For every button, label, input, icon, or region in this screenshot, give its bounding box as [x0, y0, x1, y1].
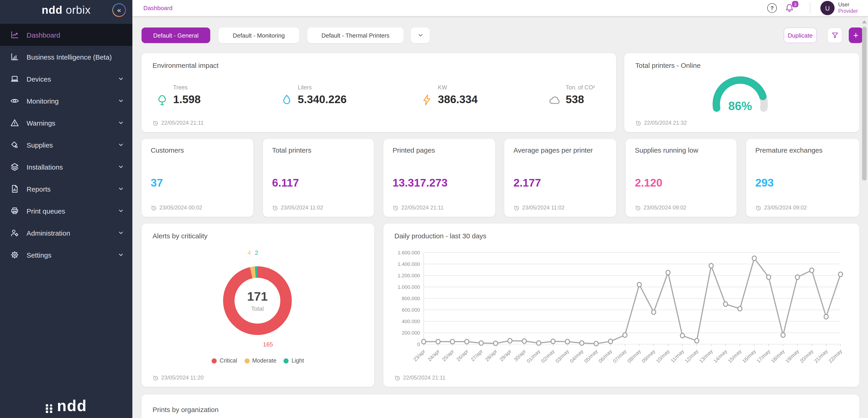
sidebar-item-monitoring[interactable]: Monitoring: [0, 90, 132, 112]
card-kpi-premature-exchanges: Premature exchanges 293 23/05/2024 09:02: [746, 139, 859, 217]
sidebar-item-installations[interactable]: Installations: [0, 156, 132, 178]
tree-icon: [156, 93, 168, 106]
sidebar-item-reports[interactable]: Reports: [0, 178, 132, 200]
chevron-down-icon: [118, 142, 124, 148]
scrollbar-thumb[interactable]: [862, 27, 867, 181]
card-timestamp: 23/05/2024 11:20: [153, 375, 204, 381]
svg-text:28/apr: 28/apr: [484, 348, 498, 362]
card-alerts-by-criticality: Alerts by criticality 4 2 171 Total 165 …: [142, 224, 374, 387]
history-clock-icon: [514, 205, 520, 211]
dashboard-icon: [10, 30, 19, 39]
sidebar-item-label: Dashboard: [27, 31, 60, 39]
sidebar-item-settings[interactable]: Settings: [0, 244, 132, 266]
card-kpi-printed-pages: Printed pages 13.317.273 22/05/2024 21:1…: [383, 139, 495, 217]
breadcrumb[interactable]: Dashboard: [143, 5, 173, 11]
sidebar-item-business-intelligence[interactable]: Business Intelligence (Beta): [0, 46, 132, 68]
card-timestamp: 23/05/2024 09:02: [635, 204, 686, 211]
top-header: Dashboard ? 3 U User Provider: [132, 0, 868, 16]
user-avatar[interactable]: U: [820, 1, 835, 15]
donut-center: 171 Total: [235, 278, 280, 324]
svg-text:24/apr: 24/apr: [427, 348, 441, 362]
legend-dot: [212, 358, 217, 363]
warning-triangle-icon: [10, 118, 19, 127]
add-dashboard-button[interactable]: +: [849, 28, 863, 43]
tab-default-thermal-printers[interactable]: Default - Thermal Printers: [307, 28, 404, 43]
filter-button[interactable]: [827, 28, 842, 43]
legend-item-moderate: Moderate: [244, 358, 276, 364]
card-timestamp: 23/05/2024 11:02: [514, 204, 564, 211]
sidebar-nav: Dashboard Business Intelligence (Beta) D…: [0, 24, 132, 266]
card-title: Alerts by criticality: [153, 232, 208, 240]
online-gauge-chart: [706, 74, 775, 120]
kpi-title: Premature exchanges: [755, 146, 823, 154]
metric-label: KW: [438, 84, 478, 91]
kpi-value: 13.317.273: [393, 176, 447, 189]
svg-text:1.200.000: 1.200.000: [398, 273, 420, 278]
history-clock-icon: [151, 205, 157, 211]
metric-kw: KW 386.334: [438, 84, 478, 106]
kpi-value: 293: [755, 176, 774, 189]
kpi-value: 2.120: [635, 176, 662, 189]
tab-default-general[interactable]: Default - General: [142, 28, 210, 43]
donut-label-critical: 165: [259, 341, 277, 348]
card-total-printers-online: Total printers - Online 86% 22/05/2024 2…: [624, 53, 859, 132]
svg-text:16/may: 16/may: [741, 348, 757, 364]
user-info[interactable]: User Provider: [838, 1, 858, 14]
more-tabs-button[interactable]: [411, 28, 430, 43]
help-icon[interactable]: ?: [767, 3, 777, 13]
gear-icon: [10, 250, 19, 260]
svg-text:20/may: 20/may: [799, 348, 814, 364]
chevron-down-icon: [118, 251, 124, 258]
duplicate-button[interactable]: Duplicate: [784, 28, 817, 43]
card-timestamp: 22/05/2024 21:11: [393, 204, 444, 211]
cloud-icon: [548, 93, 561, 106]
svg-text:26/apr: 26/apr: [455, 348, 469, 362]
sidebar-item-print-queues[interactable]: Print queues: [0, 200, 132, 222]
chevron-down-icon: [118, 98, 124, 104]
sidebar-item-label: Administration: [27, 229, 70, 237]
bar-chart-icon: [10, 52, 19, 61]
history-clock-icon: [153, 120, 158, 126]
user-name: User: [838, 1, 858, 8]
sidebar-item-devices[interactable]: Devices: [0, 68, 132, 90]
metric-value: 538: [566, 93, 595, 106]
ndd-footer-logo: ndd: [0, 398, 132, 413]
sidebar-item-supplies[interactable]: Supplies: [0, 134, 132, 156]
donut-legend: Critical Moderate Light: [142, 358, 374, 364]
metric-co2: Ton. of CO² 538: [566, 84, 595, 106]
ndd-logo-dots-icon: [45, 401, 54, 413]
scrollbar-up-arrow[interactable]: [862, 20, 867, 23]
chevron-down-icon: [118, 208, 124, 214]
metric-trees: Trees 1.598: [173, 84, 200, 106]
svg-text:10/may: 10/may: [655, 348, 671, 364]
notification-count-badge: 3: [792, 1, 798, 7]
svg-text:14/may: 14/may: [712, 348, 728, 364]
tab-default-monitoring[interactable]: Default - Monitoring: [218, 28, 299, 43]
sidebar-item-label: Devices: [27, 75, 51, 83]
kpi-title: Supplies running low: [635, 146, 698, 154]
sidebar-item-dashboard[interactable]: Dashboard: [0, 24, 132, 46]
svg-text:13/may: 13/may: [698, 348, 714, 364]
sidebar-item-warnings[interactable]: Warnings: [0, 112, 132, 134]
sidebar-item-label: Warnings: [27, 119, 55, 127]
metric-value: 5.340.226: [298, 93, 347, 106]
sidebar-item-label: Reports: [27, 185, 51, 193]
laptop-icon: [10, 74, 19, 83]
svg-text:09/may: 09/may: [641, 348, 656, 364]
card-kpi-average-pages: Average pages per printer 2.177 23/05/20…: [504, 139, 616, 217]
logo-light: orbix: [66, 4, 91, 16]
legend-item-light: Light: [284, 358, 304, 364]
card-timestamp: 23/05/2024 09:02: [755, 204, 807, 211]
chevron-down-icon: [118, 76, 124, 82]
sidebar-collapse-button[interactable]: «: [112, 3, 126, 17]
kpi-value: 2.177: [514, 176, 541, 189]
ink-supply-icon: [10, 140, 19, 149]
sidebar-item-label: Business Intelligence (Beta): [27, 53, 112, 61]
svg-text:21/may: 21/may: [813, 348, 829, 364]
svg-text:200.000: 200.000: [402, 330, 420, 336]
header-divider: [810, 2, 810, 14]
sidebar-item-label: Installations: [27, 163, 63, 171]
sidebar-item-label: Monitoring: [27, 97, 59, 105]
card-title: Prints by organization: [153, 406, 219, 413]
sidebar-item-administration[interactable]: Administration: [0, 222, 132, 244]
